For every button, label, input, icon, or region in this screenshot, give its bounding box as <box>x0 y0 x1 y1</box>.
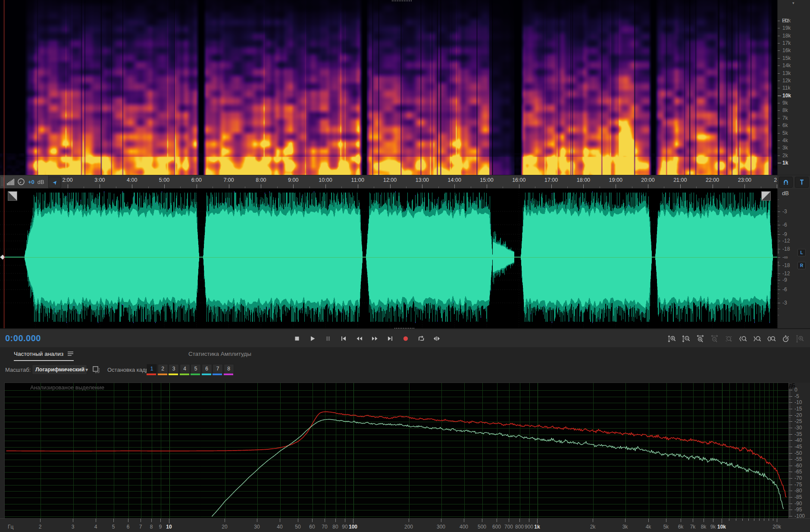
plot-db-ruler-tick <box>789 448 791 448</box>
frequency-ruler-label: 19k <box>782 25 791 31</box>
plot-frequency-axis-label: 4 <box>94 524 97 530</box>
plot-db-ruler-tick <box>789 455 791 456</box>
tab-frequency-analysis[interactable]: Частотный анализ <box>14 347 74 361</box>
plot-frequency-axis-label: 4k <box>646 524 651 530</box>
timeline-ruler[interactable]: 2:003:004:005:006:007:008:009:0010:0011:… <box>0 175 810 189</box>
plot-frequency-axis-tick <box>777 519 777 522</box>
plot-db-ruler-label: -90 <box>794 501 802 507</box>
amplitude-ruler-label: -∞ <box>782 254 788 260</box>
plot-db-ruler-tick <box>789 408 791 408</box>
frame-hold-button-8[interactable]: 8 <box>224 364 234 373</box>
stopwatch-icon <box>782 335 790 343</box>
amplitude-ruler-tick <box>778 250 779 250</box>
plot-db-ruler-tick <box>789 400 791 400</box>
fast-forward-icon <box>371 335 378 342</box>
pin-button[interactable]: ➤ <box>48 177 61 188</box>
plot-frequency-axis-label: 6k <box>678 524 684 530</box>
zoom-reset-button[interactable] <box>724 334 733 343</box>
plot-db-ruler-tick <box>789 513 791 514</box>
zoom-out-horizontal-button[interactable] <box>710 334 719 343</box>
frame-hold-button-5[interactable]: 5 <box>191 364 201 373</box>
panel-drag-handle-icon[interactable] <box>392 0 412 3</box>
playhead[interactable] <box>4 0 4 328</box>
amplitude-ruler-tick <box>778 263 779 263</box>
amplitude-ruler[interactable]: dB L R -3-3-6-6-9-9-12-12-18-18-∞ <box>777 189 810 328</box>
record-button[interactable] <box>401 334 410 343</box>
loop-playback-button[interactable] <box>416 334 426 343</box>
tab-amplitude-statistics[interactable]: Статистика Амплитуды <box>188 347 251 360</box>
frame-hold-button-6[interactable]: 6 <box>202 364 212 373</box>
plot-db-ruler-tick <box>789 449 791 450</box>
amplitude-ruler-tick <box>778 212 780 212</box>
skip-selection-button[interactable] <box>432 334 441 343</box>
amplitude-ruler-tick <box>778 239 779 240</box>
amplitude-ruler-tick <box>778 247 779 247</box>
panel-menu-icon[interactable] <box>67 351 74 356</box>
gain-value[interactable]: +0 <box>28 179 34 185</box>
plot-frequency-axis-tick <box>141 519 141 522</box>
plot-db-ruler-tick <box>789 497 792 498</box>
plot-db-ruler-tick <box>789 417 791 417</box>
zoom-out-vertical-button[interactable] <box>681 334 691 343</box>
channel-badge-right[interactable]: R <box>797 262 806 269</box>
frequency-ruler-tick <box>778 43 780 44</box>
skip-to-start-button[interactable] <box>339 334 348 343</box>
corner-resize-handle-right[interactable] <box>761 191 771 201</box>
plot-frequency-axis-label: 20 <box>222 524 227 530</box>
snap-toggle-button[interactable] <box>779 177 793 188</box>
time-display[interactable]: 0:00.000 <box>5 333 41 343</box>
spectrogram-display[interactable] <box>0 0 777 175</box>
frequency-ruler-label: 17k <box>782 40 791 46</box>
plot-frequency-axis-label: 10k <box>717 524 726 530</box>
plot-db-ruler-tick <box>789 454 791 454</box>
timeline-label: 20:00 <box>641 177 654 183</box>
play-button[interactable] <box>308 334 317 343</box>
frame-hold-button-7[interactable]: 7 <box>213 364 223 373</box>
copy-to-clipboard-button[interactable] <box>92 366 100 376</box>
plot-db-ruler-tick <box>789 414 791 414</box>
timeline-label: 5:00 <box>159 177 169 183</box>
channel-badge-left[interactable]: L <box>797 249 806 256</box>
frame-hold-button-2[interactable]: 2 <box>158 364 168 373</box>
frequency-ruler[interactable]: ▾ Hz 20k19k18k17k16k15k14k13k12k11k10k9k… <box>777 0 810 175</box>
zoom-to-out-point-button[interactable] <box>752 334 762 343</box>
amplitude-ruler-tick <box>778 246 779 246</box>
amplitude-ruler-tick <box>778 237 779 237</box>
zoom-out-vertical-icon <box>682 335 690 343</box>
plot-frequency-axis-tick <box>325 519 325 522</box>
plot-frequency-axis-label: 3 <box>72 524 75 530</box>
collapse-ruler-icon[interactable]: ▾ <box>792 1 794 5</box>
audio-editor-window: ▾ Hz 20k19k18k17k16k15k14k13k12k11k10k9k… <box>0 0 810 532</box>
plot-db-ruler-tick <box>789 498 791 499</box>
stopwatch-zoom-button[interactable] <box>781 334 790 343</box>
zoom-to-in-point-button[interactable] <box>738 334 747 343</box>
plot-frequency-axis-tick <box>722 519 722 523</box>
pause-button[interactable] <box>323 334 333 343</box>
waveform-display[interactable] <box>0 189 777 328</box>
gain-hud-chip[interactable]: +0 dB <box>0 175 49 188</box>
rewind-button[interactable] <box>354 334 364 343</box>
skip-to-end-button[interactable] <box>385 334 395 343</box>
frame-hold-color-bar <box>191 373 200 375</box>
corner-resize-handle-left[interactable] <box>8 191 17 201</box>
zoom-in-horizontal-button[interactable] <box>695 334 705 343</box>
frame-hold-button-3[interactable]: 3 <box>169 364 179 373</box>
zoom-in-vertical-button[interactable] <box>667 334 676 343</box>
plot-frequency-axis: Гц 2345678910203040506070809010020030040… <box>0 518 810 532</box>
amplitude-ruler-tick <box>778 275 779 276</box>
plot-db-ruler-tick <box>789 506 791 507</box>
timeline-minor-tick <box>406 187 407 188</box>
scale-dropdown[interactable]: Логарифмический ▼ <box>32 364 87 375</box>
plot-db-ruler-tick <box>789 433 791 433</box>
plot-frequency-axis-tick <box>280 519 280 522</box>
stop-button[interactable] <box>292 334 302 343</box>
fast-forward-button[interactable] <box>370 334 379 343</box>
marker-button[interactable] <box>795 177 809 188</box>
plot-db-ruler-tick <box>789 430 791 431</box>
zoom-selection-vertical-button[interactable] <box>795 334 804 343</box>
zoom-to-selection-button[interactable] <box>766 334 776 343</box>
frame-hold-button-1[interactable]: 1 <box>147 364 157 373</box>
amplitude-ruler-tick <box>778 270 779 271</box>
frame-hold-button-4[interactable]: 4 <box>180 364 190 373</box>
timeline-label: 4:00 <box>127 177 137 183</box>
